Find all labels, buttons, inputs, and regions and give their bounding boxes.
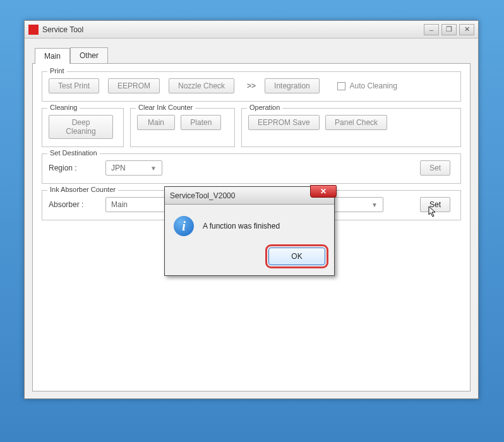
maximize-button[interactable]: ❐ [441,24,457,35]
clear-ink-main-button[interactable]: Main [137,115,175,130]
set-destination-set-button[interactable]: Set [420,160,450,176]
dialog-title: ServiceTool_V2000 [170,191,235,200]
titlebar: Service Tool – ❐ ✕ [25,21,478,39]
region-label: Region : [49,164,100,172]
print-legend: Print [47,67,67,75]
auto-cleaning-checkbox[interactable]: Auto Cleaning [337,81,397,90]
close-button[interactable]: ✕ [459,24,474,35]
absorber-value: Main [111,200,128,209]
clear-ink-platen-button[interactable]: Platen [181,115,221,130]
cleaning-group: Cleaning Deep Cleaning [42,108,124,147]
deep-cleaning-button[interactable]: Deep Cleaning [49,115,113,139]
eeprom-save-button[interactable]: EEPROM Save [248,115,320,130]
region-select[interactable]: JPN ▼ [105,160,162,176]
minimize-button[interactable]: – [424,24,439,35]
print-group: Print Test Print EEPROM Nozzle Check >> … [42,71,461,102]
app-icon [28,25,39,35]
clear-ink-group: Clear Ink Counter Main Platen [130,108,235,147]
set-destination-legend: Set Destination [47,149,100,157]
dialog-body: i A function was finished [165,205,334,241]
cleaning-legend: Cleaning [47,104,80,111]
region-value: JPN [111,164,126,172]
dialog-message: A function was finished [203,222,280,230]
message-dialog: ServiceTool_V2000 ✕ i A function was fin… [164,186,335,276]
auto-cleaning-label: Auto Cleaning [349,81,397,90]
info-icon: i [174,216,194,236]
window-title: Service Tool [42,25,424,34]
panel-check-button[interactable]: Panel Check [325,115,387,130]
dialog-close-button[interactable]: ✕ [310,185,337,198]
test-print-button[interactable]: Test Print [49,78,99,93]
integration-button[interactable]: Integration [265,78,320,93]
operation-group: Operation EEPROM Save Panel Check [241,108,461,147]
close-icon: ✕ [320,187,327,196]
ok-button[interactable]: OK [268,248,325,265]
ink-absorber-legend: Ink Absorber Counter [47,186,118,193]
nozzle-check-button[interactable]: Nozzle Check [169,78,234,93]
tab-strip: Main Other [35,47,478,63]
set-destination-group: Set Destination Region : JPN ▼ Set [42,153,461,184]
clear-ink-legend: Clear Ink Counter [136,104,195,111]
chevron-down-icon: ▼ [150,165,157,172]
eeprom-button[interactable]: EEPROM [108,78,160,93]
checkbox-icon [337,82,345,90]
tab-main[interactable]: Main [35,48,70,64]
absorber-label: Absorber : [49,200,100,209]
chevron-down-icon: ▼ [371,201,378,208]
tab-other[interactable]: Other [70,47,108,63]
cursor-icon [428,206,438,218]
dialog-footer: OK [165,241,334,275]
operation-legend: Operation [247,104,282,111]
window-controls: – ❐ ✕ [424,24,474,35]
more-arrows-icon[interactable]: >> [243,81,260,90]
dialog-titlebar: ServiceTool_V2000 ✕ [165,187,334,205]
